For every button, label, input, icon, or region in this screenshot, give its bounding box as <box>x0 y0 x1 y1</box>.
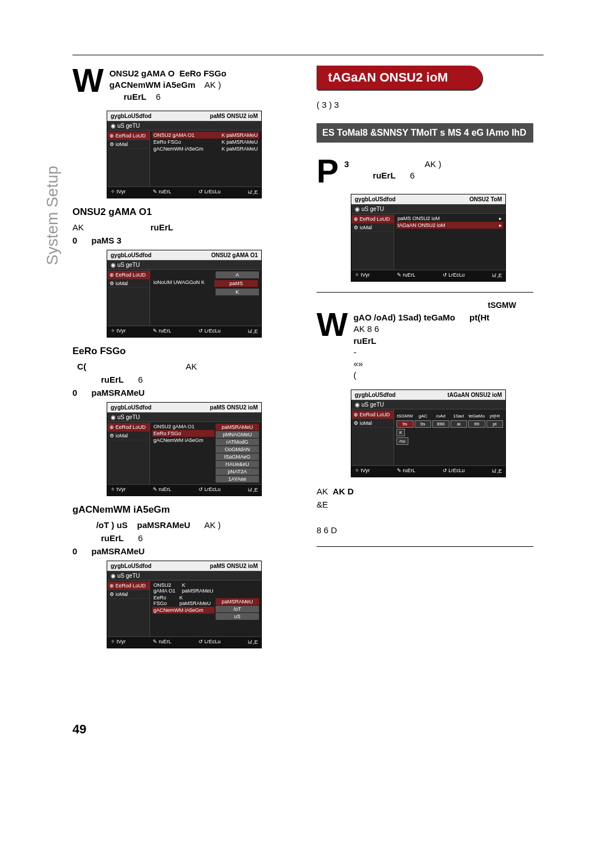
menu-screenshot-a: gygbLoUSdfodpaMS ONSU2 ioM ◉ uS geTU ⊕ E… <box>107 111 262 198</box>
footer-exit-icon: ㎘,E <box>248 328 258 335</box>
footer-return-icon: ↺ LrEcLu <box>198 328 221 335</box>
dropcap-w2: W <box>317 310 348 339</box>
intro-block-w2: tSGMW W gAO /oAd) 1Sad) teGaMo pt(Ht AK … <box>317 301 533 382</box>
step-sequence: ( 3 ) 3 <box>317 100 533 109</box>
dropdown-option[interactable]: /oT <box>216 606 259 612</box>
menu-side-item[interactable]: ⚙ ioMal <box>107 590 149 599</box>
divider <box>317 292 533 293</box>
dropcap-p: P <box>317 156 339 186</box>
dropdown-option[interactable]: 1AYAee <box>216 476 259 482</box>
dropdown-option[interactable]: OoGMdAN <box>216 446 259 453</box>
dropdown-option[interactable]: pMNAGMeU <box>216 431 259 438</box>
footer-return-icon: ↺ LrEcLu <box>198 486 221 494</box>
footer-move-icon: ✧ tVyr <box>111 486 125 494</box>
bar-heading: ES ToMal8 &SNNSY TMoIT s MS 4 eG IAmo Ih… <box>317 123 533 143</box>
menu-side-item[interactable]: ⊕ EeRod LoUD <box>351 411 394 419</box>
dropdown-option[interactable]: rATModG <box>216 439 259 445</box>
section-head-a: ONSU2 gAMA O1 <box>72 206 289 218</box>
menu-row[interactable]: gACNemWM iA5eGmK paMSRAMeU <box>152 145 259 152</box>
menu-side-item[interactable]: ⊕ EeRod LoUD <box>107 423 149 432</box>
menu-row[interactable]: ONSU2 gAMA O1K paMSRAMeU <box>152 132 259 139</box>
menu-side-item[interactable]: ⚙ ioMal <box>107 279 149 288</box>
menu-side-item[interactable]: ⚙ ioMal <box>107 140 149 149</box>
footer-select-icon: ✎ ruErL <box>153 328 172 335</box>
footer-exit-icon: ㎘,E <box>248 486 258 494</box>
footer-exit-icon: ㎘,E <box>492 468 502 475</box>
footer-move-icon: ✧ tVyr <box>111 639 125 646</box>
footer-return-icon: ↺ LrEcLu <box>443 272 465 279</box>
top-rule <box>72 55 544 55</box>
menu-screenshot-c: gygbLoUSdfodpaMS ONSU2 ioM ◉ uS geTU ⊕ E… <box>107 402 262 496</box>
footer-move-icon: ✧ tVyr <box>355 468 370 475</box>
page-number: 49 <box>72 722 86 737</box>
footer-exit-icon: ㎘,E <box>248 189 258 196</box>
footer-select-icon: ✎ ruErL <box>153 486 172 494</box>
menu-row[interactable]: paMS ONSU2 ioM▸ <box>396 215 503 222</box>
menu-row[interactable]: EeRo FSGoK paMSRAMeU <box>152 139 259 145</box>
menu-row[interactable]: tAGaAN ONSU2 ioM▸ <box>396 222 503 229</box>
footer-return-icon: ↺ LrEcLu <box>443 468 465 475</box>
menu-side-item[interactable]: ⊕ EeRod LoUD <box>107 271 149 279</box>
footer-select-icon: ✎ ruErL <box>397 272 416 279</box>
intro-text: ONSU2 gAMA O EeRo FSGo gACNemWM iA5eGm A… <box>110 66 226 103</box>
dropdown-option[interactable]: paMSRAMeU <box>216 598 259 605</box>
footer-exit-icon: ㎘,E <box>248 639 258 646</box>
menu-screenshot-d: gygbLoUSdfodpaMS ONSU2 ioM ◉ uS geTU ⊕ E… <box>107 561 262 648</box>
divider <box>317 546 533 547</box>
dropdown-option[interactable]: tSaGMAeG <box>216 453 259 460</box>
dropdown-option[interactable]: uS <box>216 613 259 620</box>
footer-select-icon: ✎ ruErL <box>397 468 416 475</box>
menu-side-item[interactable]: ⚙ ioMal <box>351 419 394 428</box>
footer-exit-icon: ㎘,E <box>492 272 502 279</box>
footer-return-icon: ↺ LrEcLu <box>198 189 221 196</box>
dropdown-option[interactable]: pNAT2A <box>216 468 259 475</box>
footer-move-icon: ✧ tVyr <box>111 189 125 196</box>
menu-screenshot-f: gygbLoUSdfodtAGaAN ONSU2 ioM ◉ uS geTU ⊕… <box>351 389 506 477</box>
menu-side-item[interactable]: ⊕ EeRod LoUD <box>351 215 394 224</box>
section-red-tab: tAGaAN ONSU2 ioM <box>317 66 482 90</box>
footer-move-icon: ✧ tVyr <box>355 272 370 279</box>
footer-select-icon: ✎ ruErL <box>153 639 172 646</box>
intro-block-p: P 3 AK ) ruErL 6 <box>317 156 533 186</box>
footer-move-icon: ✧ tVyr <box>111 328 125 335</box>
dropcap-w: W <box>72 66 104 95</box>
menu-screenshot-e: gygbLoUSdfodONSU2 ToM ◉ uS geTU ⊕ EeRod … <box>351 194 506 282</box>
intro-block-w: W ONSU2 gAMA O EeRo FSGo gACNemWM iA5eGm… <box>72 66 289 103</box>
footer-select-icon: ✎ ruErL <box>153 189 172 196</box>
menu-side-item[interactable]: ⊕ EeRod LoUD <box>107 132 149 140</box>
section-head-b: EeRo FSGo <box>72 346 289 357</box>
menu-side-item[interactable]: ⊕ EeRod LoUD <box>107 582 149 590</box>
menu-side-item[interactable]: ⚙ ioMal <box>351 224 394 232</box>
side-label: System Setup <box>43 166 62 265</box>
menu-screenshot-b: gygbLoUSdfodONSU2 gAMA O1 ◉ uS geTU ⊕ Ee… <box>107 250 262 338</box>
table-row[interactable]: 9s 9s 890 al 99 pt <box>396 420 503 428</box>
section-head-c: gACNemWM iA5eGm <box>72 504 289 516</box>
dropdown-option[interactable]: paMSRAMeU <box>216 424 259 431</box>
footer-return-icon: ↺ LrEcLu <box>198 639 221 646</box>
dropdown-option[interactable]: HAUe&eU <box>216 461 259 468</box>
menu-side-item[interactable]: ⚙ ioMal <box>107 432 149 440</box>
